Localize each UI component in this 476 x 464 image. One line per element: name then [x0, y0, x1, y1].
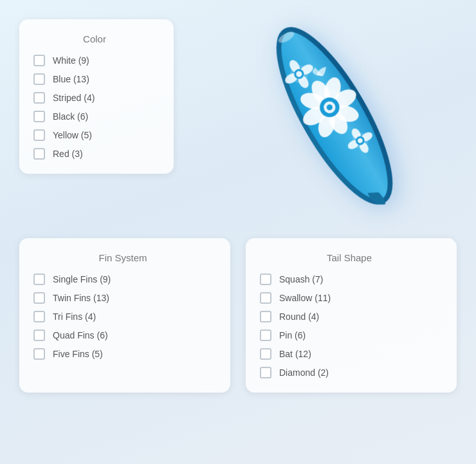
- fin-checkbox-2[interactable]: [33, 311, 45, 322]
- color-checkbox-5[interactable]: [33, 148, 45, 160]
- fin-label-4: Five Fins (5): [53, 349, 103, 359]
- surfboard-image: [232, 6, 437, 225]
- fin-checkbox-1[interactable]: [33, 292, 45, 304]
- tail-label-5: Diamond (2): [279, 367, 329, 378]
- color-item-4: Yellow (5): [33, 129, 156, 141]
- tail-checkbox-2[interactable]: [260, 311, 271, 322]
- fin-checkbox-3[interactable]: [33, 329, 45, 341]
- fin-item-4: Five Fins (5): [33, 348, 212, 360]
- tail-checkbox-5[interactable]: [260, 367, 271, 378]
- color-filter-card: Color White (9)Blue (13)Striped (4)Black…: [19, 19, 174, 174]
- color-item-3: Black (6): [33, 111, 156, 122]
- tail-item-3: Pin (6): [260, 329, 439, 341]
- fin-label-3: Quad Fins (6): [53, 330, 108, 340]
- fin-label-1: Twin Fins (13): [53, 293, 109, 303]
- fin-item-0: Single Fins (9): [33, 274, 212, 285]
- tail-checkbox-0[interactable]: [260, 274, 271, 285]
- bottom-filters: Fin System Single Fins (9)Twin Fins (13)…: [19, 238, 457, 393]
- color-item-2: Striped (4): [33, 92, 156, 104]
- color-item-5: Red (3): [33, 148, 156, 160]
- fin-label-2: Tri Fins (4): [53, 311, 96, 322]
- fin-filter-card: Fin System Single Fins (9)Twin Fins (13)…: [19, 238, 230, 393]
- tail-label-1: Swallow (11): [279, 293, 331, 303]
- color-checkbox-3[interactable]: [33, 111, 45, 122]
- fin-checkbox-4[interactable]: [33, 348, 45, 360]
- color-label-5: Red (3): [53, 149, 83, 159]
- tail-filter-card: Tail Shape Squash (7)Swallow (11)Round (…: [246, 238, 457, 393]
- fin-item-1: Twin Fins (13): [33, 292, 212, 304]
- tail-item-4: Bat (12): [260, 348, 439, 360]
- fin-filter-title: Fin System: [33, 252, 212, 263]
- color-checkbox-1[interactable]: [33, 73, 45, 85]
- tail-item-5: Diamond (2): [260, 367, 439, 378]
- color-filter-title: Color: [33, 33, 156, 44]
- color-label-3: Black (6): [53, 111, 88, 122]
- fin-checkbox-0[interactable]: [33, 274, 45, 285]
- fin-item-2: Tri Fins (4): [33, 311, 212, 322]
- tail-item-0: Squash (7): [260, 274, 439, 285]
- tail-label-2: Round (4): [279, 311, 319, 322]
- color-item-0: White (9): [33, 55, 156, 66]
- color-label-2: Striped (4): [53, 93, 95, 103]
- tail-item-1: Swallow (11): [260, 292, 439, 304]
- tail-label-4: Bat (12): [279, 349, 311, 359]
- color-label-4: Yellow (5): [53, 130, 92, 140]
- fin-label-0: Single Fins (9): [53, 274, 111, 284]
- color-checkbox-4[interactable]: [33, 129, 45, 141]
- color-item-1: Blue (13): [33, 73, 156, 85]
- color-label-0: White (9): [53, 55, 89, 66]
- tail-label-3: Pin (6): [279, 330, 306, 340]
- tail-filter-title: Tail Shape: [260, 252, 439, 263]
- fin-item-3: Quad Fins (6): [33, 329, 212, 341]
- tail-checkbox-1[interactable]: [260, 292, 271, 304]
- color-checkbox-2[interactable]: [33, 92, 45, 104]
- tail-item-2: Round (4): [260, 311, 439, 322]
- color-label-1: Blue (13): [53, 74, 89, 84]
- tail-label-0: Squash (7): [279, 274, 323, 284]
- tail-checkbox-4[interactable]: [260, 348, 271, 360]
- tail-checkbox-3[interactable]: [260, 329, 271, 341]
- color-checkbox-0[interactable]: [33, 55, 45, 66]
